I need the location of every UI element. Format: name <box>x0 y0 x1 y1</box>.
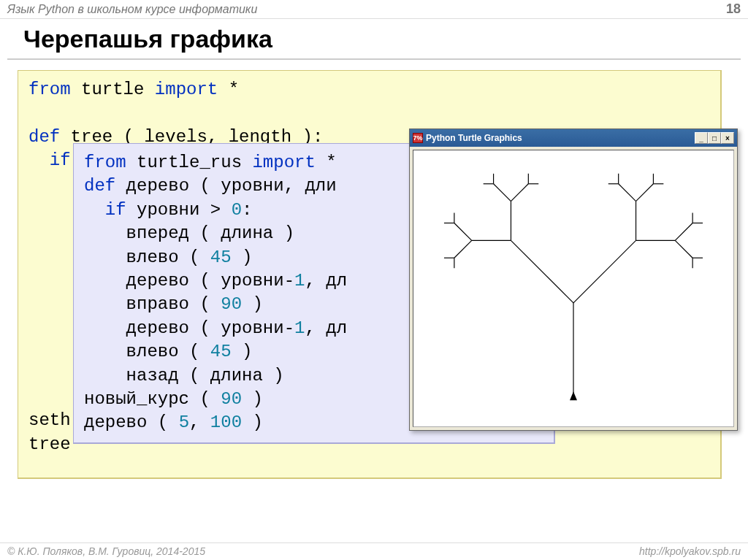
hr <box>7 58 741 60</box>
turtle-titlebar[interactable]: 7% Python Turtle Graphics _ □ × <box>410 129 737 147</box>
svg-line-11 <box>619 184 636 202</box>
page-number: 18 <box>726 1 741 17</box>
slide-header: Язык Python в школьном курсе информатики… <box>0 0 748 19</box>
turtle-window-title: Python Turtle Graphics <box>426 133 522 143</box>
tree-drawing <box>413 150 733 426</box>
svg-line-8 <box>511 184 528 202</box>
footer-copyright: © К.Ю. Поляков, В.М. Гуровиц, 2014-2015 <box>7 545 205 558</box>
svg-line-9 <box>454 223 472 240</box>
turtle-window: 7% Python Turtle Graphics _ □ × <box>409 129 738 431</box>
minimize-button[interactable]: _ <box>695 132 708 144</box>
slide-title: Черепашья графика <box>23 25 272 53</box>
svg-line-14 <box>675 240 692 258</box>
slide-footer: © К.Ю. Поляков, В.М. Гуровиц, 2014-2015 … <box>0 542 748 560</box>
tk-icon: 7% <box>413 133 423 143</box>
svg-line-2 <box>573 240 636 303</box>
turtle-cursor-icon <box>570 391 577 400</box>
header-subtitle: Язык Python в школьном курсе информатики <box>7 3 257 16</box>
svg-line-7 <box>494 184 511 202</box>
turtle-canvas <box>413 150 734 427</box>
maximize-button[interactable]: □ <box>708 132 721 144</box>
svg-line-1 <box>511 240 573 303</box>
close-button[interactable]: × <box>721 132 734 144</box>
footer-url: http://kpolyakov.spb.ru <box>639 545 741 558</box>
svg-line-12 <box>636 184 654 202</box>
svg-line-13 <box>675 223 692 240</box>
svg-line-10 <box>454 240 472 258</box>
